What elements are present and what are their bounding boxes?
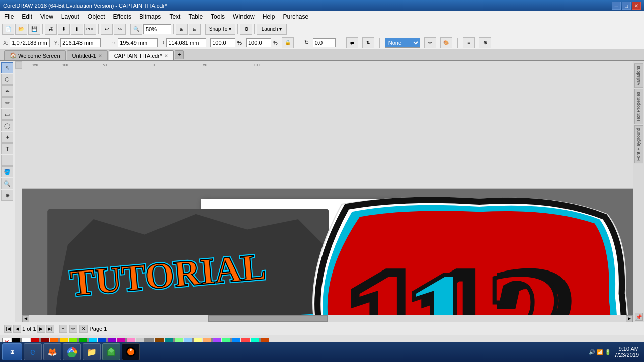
settings-button[interactable]: ⚙	[240, 24, 252, 35]
add-page-btn[interactable]: +	[59, 325, 67, 333]
tab-untitled[interactable]: Untitled-1 ✕	[67, 50, 108, 60]
width-icon: ↔	[111, 40, 116, 45]
menu-text[interactable]: Text	[165, 11, 184, 22]
taskbar-chrome[interactable]	[63, 343, 81, 360]
prev-page-btn[interactable]: ◀	[13, 325, 21, 333]
edit-fill-button[interactable]: ✏	[424, 37, 436, 48]
fill-dropdown[interactable]: None	[385, 38, 420, 48]
delete-page-btn[interactable]: ✕	[79, 325, 88, 333]
print-button[interactable]: 🖨	[45, 24, 57, 35]
ruler-canvas-area: 150 100 50 0 -50 150 100 50 0 5	[15, 61, 633, 322]
mirror-h-button[interactable]: ⇄	[346, 37, 358, 48]
scale-w-input[interactable]	[210, 38, 235, 47]
tab-captain-close[interactable]: ✕	[164, 53, 168, 58]
taskbar-corel[interactable]	[122, 343, 140, 360]
menu-bitmaps[interactable]: Bitmaps	[135, 11, 165, 22]
taskbar-app1[interactable]	[102, 343, 120, 360]
plus-button[interactable]: ⊕	[479, 37, 491, 48]
page-name-group: + ✏ ✕ Page 1	[59, 325, 107, 333]
menu-help[interactable]: Help	[259, 11, 279, 22]
maximize-button[interactable]: □	[622, 2, 631, 10]
draw-tool[interactable]: ✏	[1, 97, 13, 108]
fill-color-button[interactable]: 🎨	[440, 37, 452, 48]
tab-captain-tita[interactable]: CAPTAIN TITA.cdr* ✕	[109, 50, 174, 60]
width-input[interactable]	[118, 38, 158, 47]
ellipse-tool[interactable]: ◯	[1, 120, 13, 131]
first-page-btn[interactable]: |◀	[4, 325, 12, 333]
edit-pen-btn[interactable]: ✏	[69, 325, 77, 333]
text-properties-tab[interactable]: Text Properties	[634, 89, 643, 124]
redo-button[interactable]: ↪	[114, 24, 126, 35]
scroll-thumb-h[interactable]	[208, 315, 328, 322]
mirror-v-button[interactable]: ⇅	[362, 37, 374, 48]
page-nav: |◀ ◀ 1 of 1 ▶ ▶|	[4, 325, 54, 333]
y-input[interactable]	[60, 38, 101, 47]
height-input[interactable]	[166, 38, 206, 47]
tab-welcome[interactable]: 🏠 Welcome Screen	[4, 50, 66, 60]
zoom-tool[interactable]: 🔍	[1, 178, 13, 189]
snap-to-label[interactable]: Snap To ▾	[205, 24, 235, 35]
zoom-in-button[interactable]: 🔍	[130, 24, 142, 35]
separator-coord	[106, 38, 106, 48]
select-tool[interactable]: ↖	[1, 62, 13, 73]
grid-button[interactable]: ⊞	[176, 24, 188, 35]
menu-edit[interactable]: Edit	[18, 11, 36, 22]
menu-object[interactable]: Object	[84, 11, 109, 22]
next-page-btn[interactable]: ▶	[37, 325, 45, 333]
import-button[interactable]: ⬇	[58, 24, 70, 35]
export-button[interactable]: ⬆	[71, 24, 83, 35]
menu-file[interactable]: File	[0, 11, 18, 22]
font-playground-tab[interactable]: Font Playground	[634, 125, 643, 163]
sys-icon3: 🔋	[605, 349, 611, 355]
save-button[interactable]: 💾	[28, 24, 40, 35]
tab-untitled-close[interactable]: ✕	[98, 53, 102, 58]
scroll-track-h[interactable]	[29, 315, 626, 322]
snap-button[interactable]: ⊟	[189, 24, 201, 35]
start-button[interactable]: ⊞	[2, 343, 22, 360]
poly-tool[interactable]: ✦	[1, 132, 13, 143]
last-page-btn[interactable]: ▶|	[46, 325, 54, 333]
scroll-left-btn[interactable]: ◀	[22, 315, 29, 322]
launch-button[interactable]: Launch ▾	[257, 24, 287, 35]
separator-6	[237, 24, 238, 34]
scroll-right-btn[interactable]: ▶	[626, 315, 633, 322]
sep-mirror	[341, 38, 341, 48]
pen-tool[interactable]: ✒	[1, 85, 13, 97]
variations-tab[interactable]: Variations	[634, 63, 643, 88]
close-button[interactable]: ✕	[632, 2, 641, 10]
taskbar-firefox[interactable]: 🦊	[43, 343, 61, 360]
svg-text:150: 150	[32, 63, 38, 67]
measure-tool[interactable]: ⊕	[1, 190, 13, 201]
panel-pin-button[interactable]: 📌	[635, 313, 643, 321]
open-button[interactable]: 📂	[15, 24, 27, 35]
taskbar-ie[interactable]: e	[24, 343, 42, 360]
menu-purchase[interactable]: Purchase	[279, 11, 312, 22]
fill-tool[interactable]: 🪣	[1, 166, 13, 177]
pdf-button[interactable]: PDF	[84, 24, 96, 35]
menu-effects[interactable]: Effects	[109, 11, 135, 22]
undo-button[interactable]: ↩	[101, 24, 113, 35]
menu-view[interactable]: View	[36, 11, 57, 22]
menu-layout[interactable]: Layout	[57, 11, 84, 22]
menu-tools[interactable]: Tools	[207, 11, 229, 22]
menu-window[interactable]: Window	[229, 11, 259, 22]
minimize-button[interactable]: ─	[612, 2, 621, 10]
add-tab-button[interactable]: +	[175, 50, 184, 59]
menu-table[interactable]: Table	[184, 11, 207, 22]
svg-text:100: 100	[62, 63, 68, 67]
text-tool[interactable]: T	[1, 143, 13, 154]
scale-h-input[interactable]	[246, 38, 271, 47]
taskbar-explorer[interactable]: 📁	[83, 343, 101, 360]
angle-input[interactable]	[313, 38, 336, 47]
shape-tool[interactable]: ⬡	[1, 74, 13, 85]
zoom-input[interactable]	[143, 24, 171, 34]
x-input[interactable]	[10, 38, 50, 47]
menubar: File Edit View Layout Object Effects Bit…	[0, 11, 644, 22]
lock-ratio-button[interactable]: 🔒	[282, 37, 294, 48]
align-button[interactable]: ≡	[463, 37, 475, 48]
line-tool[interactable]: —	[1, 155, 13, 166]
rect-tool[interactable]: ▭	[1, 109, 13, 120]
ruler-horizontal: 150 100 50 0 50 100	[22, 61, 633, 189]
percent-label2: %	[273, 40, 278, 46]
new-button[interactable]: 📄	[2, 24, 14, 35]
